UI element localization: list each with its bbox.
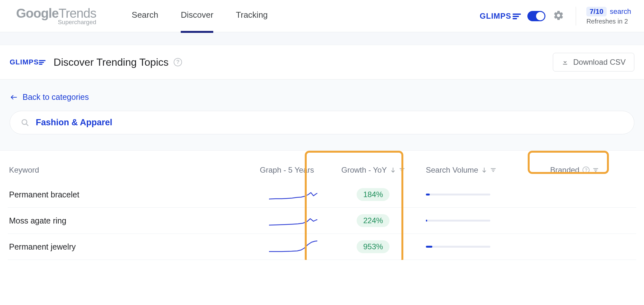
cell-keyword: Permanent bracelet	[8, 182, 189, 208]
col-graph[interactable]: Graph - 5 Years	[189, 160, 323, 182]
col-keyword-label: Keyword	[9, 166, 39, 175]
sparkline-icon	[269, 240, 317, 253]
cell-keyword: Permanent jewelry	[8, 234, 189, 260]
help-icon[interactable]: ?	[174, 58, 182, 66]
back-to-categories-link[interactable]: Back to categories	[10, 92, 89, 102]
arrow-down-icon	[390, 167, 396, 173]
arrow-down-icon	[481, 167, 487, 173]
download-csv-button[interactable]: Download CSV	[553, 53, 634, 71]
cell-graph	[189, 182, 323, 208]
sparkline-icon	[269, 214, 317, 227]
cell-graph	[189, 234, 323, 260]
volume-bar	[426, 246, 490, 248]
glimpse-brand-small-text: GLIMPS	[10, 58, 39, 66]
sub-area: Back to categories	[0, 80, 644, 151]
glimpse-brand-icon	[513, 13, 521, 19]
gray-strip	[0, 32, 644, 45]
top-nav-right: GLIMPS 7/10 search Refreshes in 2	[480, 7, 631, 25]
table-row[interactable]: Permanent bracelet184%	[8, 182, 636, 208]
col-growth[interactable]: Growth - YoY	[324, 160, 425, 182]
table-row[interactable]: Moss agate ring224%	[8, 208, 636, 234]
logo-word-google: Google	[16, 6, 59, 20]
col-volume[interactable]: Search Volume	[425, 160, 549, 182]
svg-point-7	[22, 119, 27, 124]
download-csv-label: Download CSV	[573, 58, 626, 67]
cell-keyword: Moss agate ring	[8, 208, 189, 234]
glimpse-brand: GLIMPS	[480, 12, 521, 21]
cell-growth: 184%	[324, 182, 425, 208]
sparkline-icon	[269, 188, 317, 201]
back-label: Back to categories	[23, 92, 89, 102]
volume-bar	[426, 194, 490, 195]
tab-discover[interactable]: Discover	[181, 0, 213, 33]
growth-pill: 224%	[357, 214, 389, 227]
glimpse-brand-text: GLIMPS	[480, 12, 511, 21]
logo-word-trends: Trends	[59, 6, 96, 20]
col-branded[interactable]: Branded ?	[549, 160, 636, 182]
cell-volume	[425, 208, 549, 234]
cell-branded	[549, 234, 636, 260]
col-keyword[interactable]: Keyword	[8, 160, 189, 182]
help-icon[interactable]: ?	[582, 167, 590, 174]
usage-refresh-text: Refreshes in 2	[586, 18, 631, 25]
col-branded-label: Branded	[550, 166, 580, 175]
volume-bar	[426, 220, 490, 222]
page-header: GLIMPS Discover Trending Topics ? Downlo…	[0, 45, 644, 80]
cell-branded	[549, 208, 636, 234]
page-title: Discover Trending Topics	[53, 56, 168, 68]
logo[interactable]: GoogleTrends Supercharged	[16, 6, 96, 26]
category-search-input[interactable]	[36, 118, 623, 128]
table-row[interactable]: Permanent jewelry953%	[8, 234, 636, 260]
cell-graph	[189, 208, 323, 234]
cell-growth: 224%	[324, 208, 425, 234]
filter-icon[interactable]	[593, 167, 599, 173]
cell-growth: 953%	[324, 234, 425, 260]
gear-icon[interactable]	[552, 9, 565, 24]
tab-tracking[interactable]: Tracking	[236, 0, 268, 33]
results-table-wrap: Keyword Graph - 5 Years Growth - YoY Sea…	[0, 151, 644, 260]
growth-pill: 953%	[357, 240, 389, 253]
cell-volume	[425, 182, 549, 208]
top-nav: GoogleTrends Supercharged Search Discove…	[0, 0, 644, 32]
cell-volume	[425, 234, 549, 260]
col-graph-label: Graph - 5 Years	[260, 166, 314, 175]
download-icon	[562, 59, 569, 66]
svg-line-8	[26, 124, 28, 126]
col-growth-label: Growth - YoY	[341, 166, 387, 175]
col-volume-label: Search Volume	[426, 166, 478, 175]
arrow-left-icon	[10, 94, 18, 100]
nav-tabs: Search Discover Tracking	[132, 0, 268, 33]
glimpse-toggle[interactable]	[527, 11, 545, 21]
usage-count-badge: 7/10	[586, 7, 607, 16]
category-search[interactable]	[10, 111, 634, 134]
vertical-divider	[576, 7, 576, 25]
filter-icon[interactable]	[399, 167, 405, 173]
filter-icon[interactable]	[490, 167, 496, 173]
search-icon	[21, 119, 29, 127]
glimpse-brand-small-icon	[39, 60, 46, 65]
results-table: Keyword Graph - 5 Years Growth - YoY Sea…	[8, 160, 636, 260]
tab-search[interactable]: Search	[132, 0, 158, 33]
glimpse-brand-small: GLIMPS	[10, 58, 46, 66]
logo-subtitle: Supercharged	[16, 19, 96, 26]
cell-branded	[549, 182, 636, 208]
usage-label[interactable]: search	[610, 7, 631, 16]
growth-pill: 184%	[357, 188, 389, 201]
usage-block: 7/10 search Refreshes in 2	[586, 7, 631, 25]
